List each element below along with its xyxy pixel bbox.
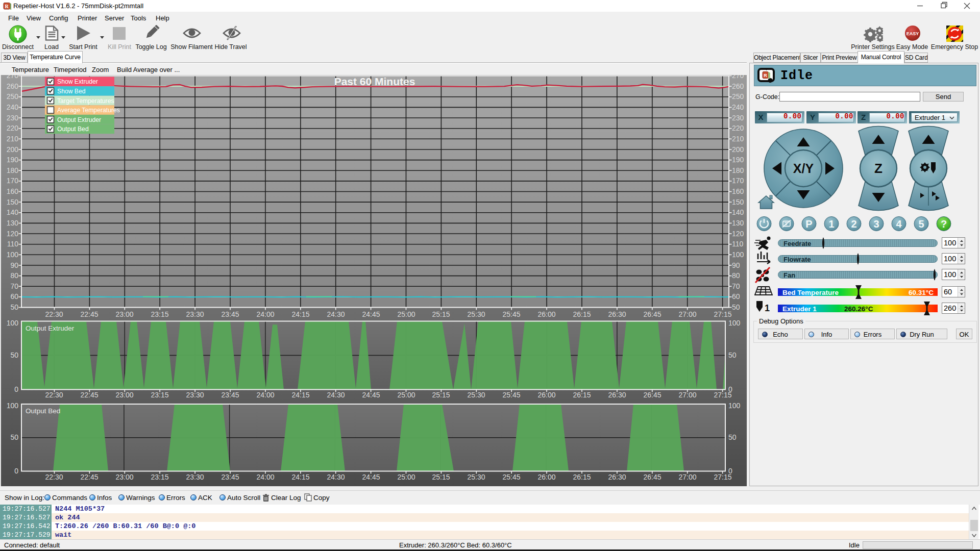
svg-text:Output Bed: Output Bed bbox=[26, 407, 60, 415]
svg-text:100: 100 bbox=[728, 402, 741, 410]
svg-text:R: R bbox=[5, 4, 9, 9]
svg-text:25:30: 25:30 bbox=[467, 473, 485, 481]
svg-text:160: 160 bbox=[7, 187, 19, 195]
svg-text:100: 100 bbox=[7, 319, 19, 327]
svg-text:50: 50 bbox=[728, 351, 737, 359]
svg-text:170: 170 bbox=[732, 177, 744, 185]
svg-text:250: 250 bbox=[7, 92, 19, 101]
svg-text:50: 50 bbox=[10, 303, 18, 311]
svg-text:P: P bbox=[805, 218, 812, 230]
svg-text:220: 220 bbox=[732, 124, 744, 132]
svg-text:4: 4 bbox=[896, 218, 902, 230]
svg-text:23:45: 23:45 bbox=[221, 310, 239, 318]
svg-text:3: 3 bbox=[873, 218, 879, 230]
svg-text:Target Temperatures: Target Temperatures bbox=[57, 97, 114, 105]
svg-text:210: 210 bbox=[7, 135, 19, 143]
svg-text:24:00: 24:00 bbox=[256, 473, 274, 481]
svg-text:25:00: 25:00 bbox=[397, 473, 415, 481]
svg-text:50: 50 bbox=[732, 303, 740, 311]
svg-text:Output Extruder: Output Extruder bbox=[26, 324, 75, 332]
svg-text:270: 270 bbox=[7, 75, 19, 80]
svg-text:23:00: 23:00 bbox=[115, 310, 133, 318]
svg-text:26:15: 26:15 bbox=[573, 310, 591, 318]
svg-text:100: 100 bbox=[732, 251, 744, 259]
svg-text:24:00: 24:00 bbox=[256, 310, 274, 318]
svg-text:26:15: 26:15 bbox=[573, 473, 591, 481]
svg-text:120: 120 bbox=[732, 230, 744, 238]
svg-text:25:45: 25:45 bbox=[502, 473, 520, 481]
svg-text:110: 110 bbox=[7, 240, 19, 248]
svg-text:200: 200 bbox=[732, 145, 744, 154]
svg-text:23:15: 23:15 bbox=[151, 310, 168, 318]
svg-text:27:00: 27:00 bbox=[678, 310, 696, 318]
svg-text:240: 240 bbox=[7, 103, 19, 111]
svg-text:27:00: 27:00 bbox=[678, 473, 696, 481]
svg-text:25:00: 25:00 bbox=[397, 310, 415, 318]
svg-text:24:30: 24:30 bbox=[327, 473, 345, 481]
svg-text:5: 5 bbox=[918, 218, 924, 230]
svg-text:140: 140 bbox=[732, 208, 744, 216]
svg-text:260: 260 bbox=[732, 82, 744, 90]
svg-text:23:45: 23:45 bbox=[221, 473, 239, 481]
svg-text:Output Bed: Output Bed bbox=[57, 126, 89, 133]
svg-text:120: 120 bbox=[7, 230, 19, 238]
svg-text:70: 70 bbox=[10, 282, 18, 290]
svg-text:?: ? bbox=[941, 218, 947, 230]
svg-text:22:30: 22:30 bbox=[45, 310, 63, 318]
svg-text:2: 2 bbox=[851, 218, 856, 230]
svg-text:50: 50 bbox=[10, 351, 18, 359]
svg-text:130: 130 bbox=[7, 219, 19, 227]
svg-text:23:30: 23:30 bbox=[186, 473, 204, 481]
svg-text:23:15: 23:15 bbox=[151, 473, 168, 481]
svg-text:90: 90 bbox=[10, 261, 18, 269]
svg-text:170: 170 bbox=[7, 177, 19, 185]
svg-text:24:15: 24:15 bbox=[291, 473, 309, 481]
svg-text:26:00: 26:00 bbox=[537, 310, 555, 318]
svg-text:180: 180 bbox=[732, 166, 744, 174]
svg-text:230: 230 bbox=[7, 114, 19, 122]
svg-text:160: 160 bbox=[732, 187, 744, 195]
svg-text:26:00: 26:00 bbox=[537, 473, 555, 481]
svg-text:230: 230 bbox=[732, 114, 744, 122]
svg-text:23:30: 23:30 bbox=[186, 310, 204, 318]
svg-text:1: 1 bbox=[828, 218, 834, 230]
svg-text:80: 80 bbox=[732, 271, 740, 280]
svg-text:Past 60 Minutes: Past 60 Minutes bbox=[334, 76, 415, 87]
svg-text:270: 270 bbox=[732, 75, 744, 80]
svg-text:1: 1 bbox=[765, 303, 770, 313]
svg-text:220: 220 bbox=[7, 124, 19, 132]
svg-text:25:45: 25:45 bbox=[502, 310, 520, 318]
svg-text:25:15: 25:15 bbox=[432, 310, 450, 318]
svg-text:50: 50 bbox=[728, 433, 737, 441]
svg-text:25:15: 25:15 bbox=[432, 473, 450, 481]
svg-text:Z: Z bbox=[874, 161, 883, 176]
svg-text:27:15: 27:15 bbox=[714, 310, 731, 318]
svg-text:24:45: 24:45 bbox=[362, 310, 380, 318]
svg-text:50: 50 bbox=[10, 433, 18, 441]
svg-text:60: 60 bbox=[732, 292, 740, 300]
svg-text:0: 0 bbox=[14, 467, 18, 475]
svg-text:22:45: 22:45 bbox=[80, 473, 98, 481]
svg-text:140: 140 bbox=[7, 208, 19, 216]
svg-text:EASY: EASY bbox=[906, 31, 919, 36]
svg-text:180: 180 bbox=[7, 166, 19, 174]
svg-text:240: 240 bbox=[732, 103, 744, 111]
svg-text:190: 190 bbox=[7, 156, 19, 164]
svg-text:100: 100 bbox=[728, 319, 741, 327]
svg-text:X/Y: X/Y bbox=[793, 161, 814, 176]
svg-text:26:45: 26:45 bbox=[643, 310, 661, 318]
svg-text:26:30: 26:30 bbox=[608, 310, 626, 318]
svg-text:210: 210 bbox=[732, 135, 744, 143]
svg-text:90: 90 bbox=[732, 261, 740, 269]
svg-text:22:45: 22:45 bbox=[80, 310, 98, 318]
svg-text:R: R bbox=[764, 73, 767, 78]
svg-text:Show Bed: Show Bed bbox=[57, 88, 86, 95]
svg-text:26:45: 26:45 bbox=[643, 473, 661, 481]
svg-text:110: 110 bbox=[732, 240, 744, 248]
svg-text:130: 130 bbox=[732, 219, 744, 227]
svg-text:150: 150 bbox=[7, 198, 19, 206]
svg-text:22:30: 22:30 bbox=[45, 473, 63, 481]
svg-text:0: 0 bbox=[14, 385, 18, 393]
svg-text:24:15: 24:15 bbox=[291, 310, 309, 318]
svg-text:Show Extruder: Show Extruder bbox=[57, 78, 98, 85]
